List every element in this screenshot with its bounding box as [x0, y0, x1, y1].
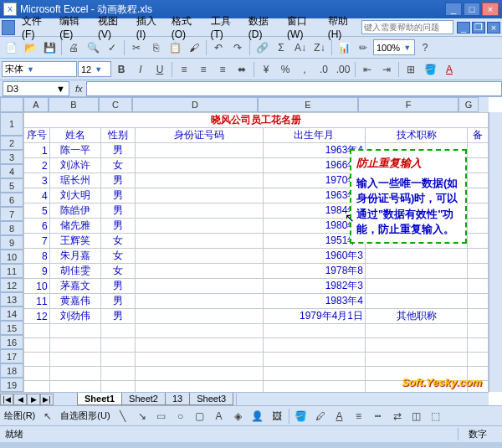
row-header[interactable]: 3 [0, 150, 23, 164]
cell[interactable] [135, 367, 263, 381]
cell[interactable] [366, 338, 468, 353]
cell[interactable] [366, 324, 468, 338]
cell[interactable] [468, 264, 489, 279]
row-header[interactable]: 2 [0, 136, 23, 150]
cell[interactable] [366, 264, 468, 279]
cell[interactable]: 陈皓伊 [49, 203, 100, 219]
cell[interactable]: 陈一平 [49, 143, 100, 158]
cell[interactable]: 男 [100, 173, 135, 188]
app-menu-icon[interactable] [2, 20, 15, 35]
italic-button[interactable]: I [131, 60, 150, 79]
name-box[interactable]: D3▼ [3, 81, 69, 96]
cell[interactable] [468, 353, 489, 367]
help-search-input[interactable] [361, 20, 453, 34]
doc-restore-button[interactable]: ❐ [472, 22, 485, 33]
cell[interactable]: 女 [100, 158, 135, 173]
table-header-cell[interactable]: 姓名 [49, 128, 100, 143]
column-header[interactable]: D [132, 97, 258, 112]
cell[interactable]: 男 [100, 219, 135, 234]
fill-color-button[interactable]: 🪣 [421, 60, 439, 79]
formula-bar[interactable] [86, 81, 502, 96]
cell[interactable] [49, 353, 100, 367]
table-header-cell[interactable]: 序号 [24, 128, 50, 143]
shadow-button[interactable]: ◫ [407, 407, 426, 425]
font-color-draw-button[interactable]: A [330, 407, 349, 425]
cell[interactable] [135, 203, 263, 219]
draw-menu[interactable]: 绘图(R) [2, 409, 38, 422]
row-header[interactable]: 19 [0, 378, 23, 392]
cell[interactable]: 琚长州 [49, 173, 100, 188]
cell[interactable]: 6 [24, 219, 50, 234]
cell[interactable]: 胡佳雯 [49, 264, 100, 279]
cell[interactable]: 10 [24, 279, 50, 294]
cell[interactable]: 刘大明 [49, 188, 100, 203]
doc-minimize-button[interactable]: _ [457, 22, 470, 33]
row-header[interactable]: 8 [0, 221, 23, 235]
cell[interactable] [468, 143, 489, 158]
merge-center-button[interactable]: ⬌ [233, 60, 251, 79]
underline-button[interactable]: U [151, 60, 169, 79]
cell[interactable] [468, 309, 489, 324]
doc-close-button[interactable]: × [487, 22, 500, 33]
table-header-cell[interactable]: 身份证号码 [135, 128, 263, 143]
cell[interactable]: 刘劲伟 [49, 309, 100, 324]
open-button[interactable]: 📂 [21, 39, 39, 57]
line-button[interactable]: ╲ [114, 407, 132, 425]
cell[interactable] [24, 353, 50, 367]
borders-button[interactable]: ⊞ [402, 60, 420, 79]
horizontal-scrollbar[interactable] [236, 394, 489, 405]
column-header[interactable]: G [458, 97, 479, 112]
vertical-scrollbar[interactable] [489, 112, 502, 392]
new-button[interactable]: 📄 [2, 39, 20, 57]
cell[interactable]: 男 [100, 188, 135, 203]
decrease-decimal-button[interactable]: .00 [334, 60, 352, 79]
cell[interactable] [135, 294, 263, 309]
sheet-tab[interactable]: Sheet2 [121, 393, 166, 405]
cell[interactable] [24, 367, 50, 381]
cell[interactable] [135, 279, 263, 294]
cell[interactable]: 12 [24, 309, 50, 324]
cell[interactable] [468, 158, 489, 173]
cell[interactable] [468, 203, 489, 219]
select-all-corner[interactable] [0, 97, 23, 112]
cell[interactable] [135, 264, 263, 279]
column-header[interactable]: E [258, 97, 358, 112]
cell[interactable]: 4 [24, 188, 50, 203]
row-header[interactable]: 14 [0, 306, 23, 321]
cell[interactable]: 5 [24, 203, 50, 219]
cell[interactable] [366, 279, 468, 294]
cell[interactable]: 男 [100, 279, 135, 294]
column-header[interactable]: C [99, 97, 132, 112]
row-header[interactable]: 6 [0, 193, 23, 207]
cell[interactable] [24, 338, 50, 353]
3d-button[interactable]: ⬚ [427, 407, 445, 425]
row-header[interactable]: 1 [0, 112, 23, 136]
row-header[interactable]: 13 [0, 292, 23, 306]
cell[interactable] [366, 353, 468, 367]
sort-desc-button[interactable]: Z↓ [310, 39, 329, 57]
cell[interactable] [135, 188, 263, 203]
hyperlink-button[interactable]: 🔗 [253, 39, 271, 57]
column-header[interactable]: B [49, 97, 99, 112]
oval-button[interactable]: ○ [172, 407, 190, 425]
font-color-button[interactable]: A [440, 60, 458, 79]
dash-style-button[interactable]: ┅ [369, 407, 387, 425]
row-header[interactable]: 10 [0, 250, 23, 264]
maximize-button[interactable]: □ [464, 3, 480, 16]
font-size-dropdown[interactable]: 12▼ [78, 61, 111, 77]
textbox-button[interactable]: ▢ [191, 407, 209, 425]
increase-decimal-button[interactable]: .0 [315, 60, 333, 79]
preview-button[interactable]: 🔍 [84, 39, 102, 57]
currency-button[interactable]: ¥ [257, 60, 275, 79]
sheet-tab[interactable]: Sheet3 [189, 393, 233, 405]
cell[interactable]: 其他职称 [366, 309, 468, 324]
line-style-button[interactable]: ≡ [350, 407, 368, 425]
cell[interactable]: 女 [100, 234, 135, 249]
cell[interactable]: 1978年8 [263, 264, 365, 279]
decrease-indent-button[interactable]: ⇤ [358, 60, 376, 79]
cell[interactable]: 黄嘉伟 [49, 294, 100, 309]
table-header-cell[interactable]: 出生年月 [263, 128, 365, 143]
row-header[interactable]: 9 [0, 235, 23, 250]
cell[interactable] [49, 381, 100, 393]
clipart-button[interactable]: 👤 [248, 407, 267, 425]
